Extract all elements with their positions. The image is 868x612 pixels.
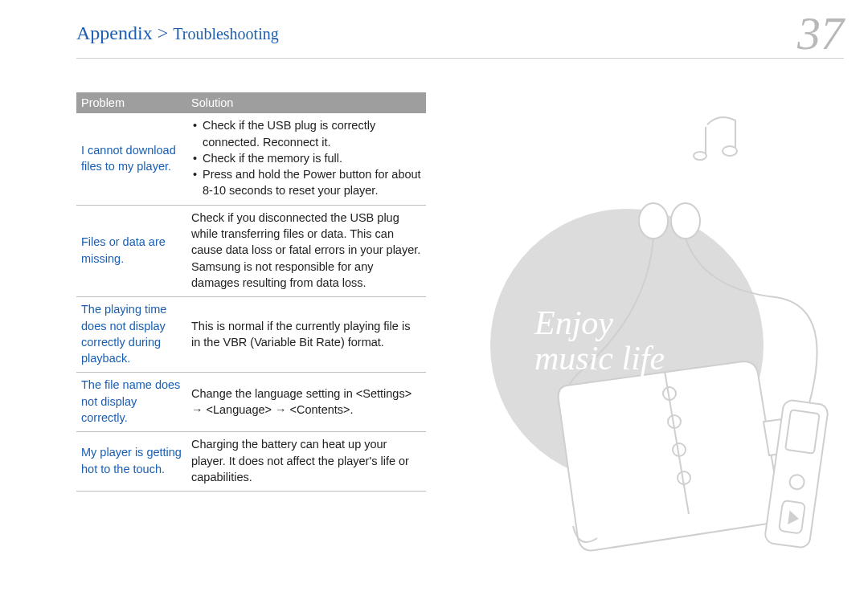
problem-cell: The file name does not display correctly… (76, 373, 186, 432)
solution-cell: Check if the USB plug is correctly conne… (186, 113, 426, 205)
enjoy-music-text: Enjoy music life (534, 305, 665, 376)
bullet-item: Press and hold the Power button for abou… (203, 166, 421, 199)
bullet-item: Check if the memory is full. (203, 150, 421, 166)
problem-cell: Files or data are missing. (76, 205, 186, 296)
table-row: The playing time does not display correc… (76, 297, 426, 373)
svg-point-3 (671, 203, 700, 239)
enjoy-line1: Enjoy (534, 305, 665, 341)
svg-point-2 (639, 203, 668, 239)
col-header-solution: Solution (186, 92, 426, 113)
problem-cell: The playing time does not display correc… (76, 297, 186, 373)
enjoy-music-illustration: Enjoy music life (478, 104, 848, 562)
problem-cell: I cannot download files to my player. (76, 113, 186, 205)
solution-cell: Change the language setting in <Settings… (186, 373, 426, 432)
table-row: My player is getting hot to the touch. C… (76, 432, 426, 492)
breadcrumb-sep: > (158, 22, 169, 43)
table-row: The file name does not display correctly… (76, 373, 426, 432)
table-row: I cannot download files to my player. Ch… (76, 113, 426, 205)
troubleshooting-table: Problem Solution I cannot download files… (76, 92, 426, 492)
svg-rect-9 (785, 410, 820, 454)
breadcrumb-sub: Troubleshooting (173, 25, 279, 43)
bullet-item: Check if the USB plug is correctly conne… (203, 117, 421, 150)
page-number: 37 (797, 6, 844, 60)
enjoy-line2: music life (534, 341, 665, 376)
solution-cell: This is normal if the currently playing … (186, 297, 426, 373)
solution-bullets: Check if the USB plug is correctly conne… (191, 117, 421, 198)
music-notes-icon (694, 117, 737, 160)
table-header-row: Problem Solution (76, 92, 426, 113)
svg-point-0 (723, 146, 737, 156)
svg-point-1 (694, 152, 706, 160)
table-row: Files or data are missing. Check if you … (76, 205, 426, 296)
solution-cell: Charging the battery can heat up your pl… (186, 432, 426, 492)
header-divider (76, 58, 844, 59)
solution-cell: Check if you disconnected the USB plug w… (186, 205, 426, 296)
problem-cell: My player is getting hot to the touch. (76, 432, 186, 492)
col-header-problem: Problem (76, 92, 186, 113)
breadcrumb-main: Appendix (76, 22, 153, 43)
planner-icon (559, 361, 792, 550)
breadcrumb: Appendix > Troubleshooting (76, 22, 279, 44)
troubleshooting-table-container: Problem Solution I cannot download files… (76, 92, 426, 492)
